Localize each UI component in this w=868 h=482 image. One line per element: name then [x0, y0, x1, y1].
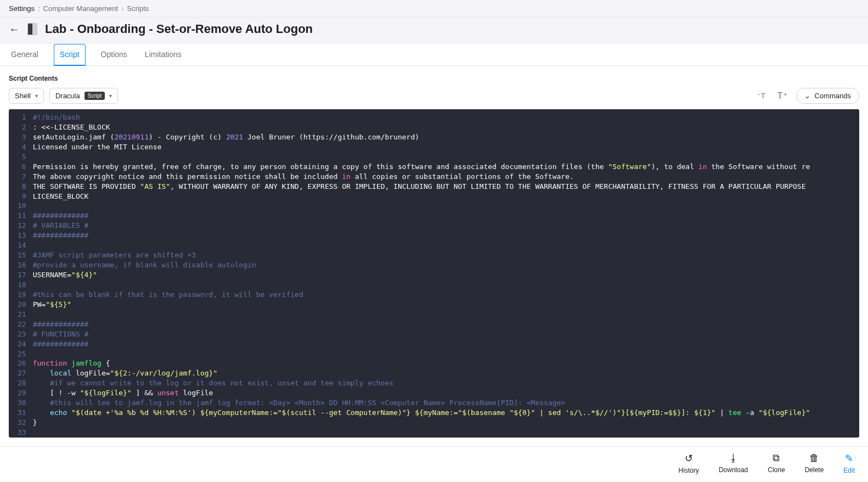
- breadcrumb-mid[interactable]: Computer Management: [43, 4, 119, 13]
- theme-select-badge: Script: [84, 92, 105, 100]
- theme-select[interactable]: Dracula Script ▾: [49, 88, 118, 104]
- tabs: General Script Options Limitations: [0, 44, 868, 66]
- content: Script Contents Shell ▾ Dracula Script ▾…: [0, 66, 868, 446]
- mode-select-value: Shell: [15, 92, 31, 100]
- download-icon: ⭳: [729, 452, 739, 464]
- chevron-down-icon: ▾: [109, 93, 112, 99]
- tab-general[interactable]: General: [9, 44, 41, 65]
- page-title: Lab - Onboarding - Set-or-Remove Auto Lo…: [45, 22, 313, 36]
- commands-label: Commands: [815, 92, 851, 100]
- commands-button[interactable]: ⌄ Commands: [796, 88, 859, 104]
- edit-button[interactable]: ✎ Edit: [843, 452, 855, 474]
- tab-script[interactable]: Script: [54, 44, 86, 66]
- breadcrumb: Settings : Computer Management › Scripts: [0, 0, 868, 18]
- line-gutter: 1 2 3 4 5 6 7 8 9 10 11 12 13 14 15 16 1…: [9, 109, 31, 438]
- tab-limitations[interactable]: Limitations: [143, 44, 184, 65]
- back-button[interactable]: ←: [9, 24, 20, 35]
- edit-icon: ✎: [845, 452, 853, 464]
- section-label: Script Contents: [9, 75, 859, 82]
- font-decrease-icon[interactable]: ⁻T: [754, 89, 769, 102]
- footer-actions: ↺ History ⭳ Download ⧉ Clone 🗑 Delete ✎ …: [0, 446, 868, 482]
- chevron-right-icon: ›: [121, 4, 123, 13]
- tab-options[interactable]: Options: [99, 44, 129, 65]
- download-button[interactable]: ⭳ Download: [719, 452, 748, 474]
- font-increase-icon[interactable]: T⁺: [774, 88, 791, 103]
- chevron-down-icon: ⌄: [804, 92, 810, 100]
- breadcrumb-root[interactable]: Settings: [9, 4, 35, 13]
- theme-select-prefix: Dracula: [55, 92, 80, 100]
- history-icon: ↺: [685, 452, 693, 464]
- mode-select[interactable]: Shell ▾: [9, 88, 44, 104]
- code-editor[interactable]: 1 2 3 4 5 6 7 8 9 10 11 12 13 14 15 16 1…: [9, 109, 859, 438]
- clone-button[interactable]: ⧉ Clone: [768, 452, 785, 474]
- breadcrumb-leaf[interactable]: Scripts: [127, 4, 149, 13]
- code-body[interactable]: #!/bin/bash: <<-LICENSE_BLOCKsetAutoLogi…: [31, 109, 815, 438]
- script-thumbnail-icon: [27, 23, 37, 35]
- history-button[interactable]: ↺ History: [679, 452, 699, 474]
- trash-icon: 🗑: [809, 452, 819, 464]
- chevron-down-icon: ▾: [35, 93, 38, 99]
- delete-button[interactable]: 🗑 Delete: [805, 452, 824, 474]
- title-bar: ← Lab - Onboarding - Set-or-Remove Auto …: [0, 18, 868, 44]
- editor-toolbar: Shell ▾ Dracula Script ▾ ⁻T T⁺ ⌄ Command…: [9, 88, 859, 104]
- clone-icon: ⧉: [773, 452, 780, 464]
